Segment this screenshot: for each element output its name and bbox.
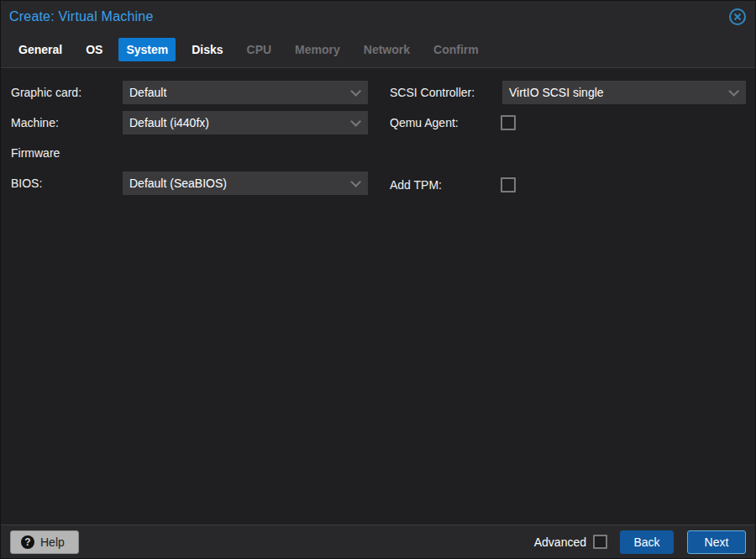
form-body: Graphic card: Default SCSI Controller: V… — [1, 68, 755, 525]
create-vm-dialog: Create: Virtual Machine General OS Syste… — [0, 0, 756, 559]
tab-network: Network — [356, 38, 417, 61]
footer-actions: Advanced Back Next — [534, 530, 746, 554]
machine-select[interactable]: Default (i440fx) — [123, 111, 368, 134]
tab-memory: Memory — [287, 38, 348, 61]
tab-os[interactable]: OS — [78, 38, 110, 61]
help-button-label: Help — [40, 535, 65, 549]
bios-select[interactable]: Default (SeaBIOS) — [123, 171, 368, 195]
dialog-title: Create: Virtual Machine — [9, 9, 154, 24]
scsi-controller-label: SCSI Controller: — [390, 81, 475, 104]
chevron-down-icon — [350, 177, 361, 187]
close-circle-x-icon — [728, 8, 747, 26]
tab-cpu: CPU — [239, 38, 280, 61]
dialog-footer: ? Help Advanced Back Next — [1, 525, 755, 558]
chevron-down-icon — [350, 86, 361, 97]
chevron-down-icon — [728, 86, 739, 97]
tab-disks[interactable]: Disks — [184, 38, 230, 61]
bios-label: BIOS: — [11, 171, 42, 195]
close-icon[interactable] — [728, 8, 747, 26]
wizard-tabs: General OS System Disks CPU Memory Netwo… — [1, 32, 755, 68]
back-button[interactable]: Back — [620, 530, 674, 554]
qemu-agent-checkbox[interactable] — [501, 115, 516, 130]
bios-value: Default (SeaBIOS) — [129, 177, 350, 190]
advanced-checkbox[interactable] — [593, 535, 607, 549]
scsi-controller-select[interactable]: VirtIO SCSI single — [502, 81, 746, 104]
graphic-card-value: Default — [129, 86, 350, 99]
dialog-titlebar: Create: Virtual Machine — [1, 1, 755, 32]
chevron-down-icon — [350, 116, 361, 127]
advanced-label: Advanced — [534, 535, 586, 549]
add-tpm-label: Add TPM: — [390, 173, 442, 197]
add-tpm-checkbox[interactable] — [501, 177, 516, 192]
qemu-agent-label: Qemu Agent: — [390, 111, 459, 134]
machine-value: Default (i440fx) — [129, 116, 350, 129]
graphic-card-label: Graphic card: — [11, 81, 81, 104]
help-button[interactable]: ? Help — [10, 530, 79, 554]
scsi-controller-value: VirtIO SCSI single — [509, 86, 728, 99]
tab-confirm: Confirm — [426, 38, 486, 61]
machine-label: Machine: — [11, 111, 59, 134]
graphic-card-select[interactable]: Default — [123, 81, 368, 104]
question-circle-icon: ? — [21, 535, 34, 549]
next-button[interactable]: Next — [687, 530, 746, 554]
firmware-section-label: Firmware — [11, 146, 60, 160]
tab-general[interactable]: General — [11, 38, 70, 61]
tab-system[interactable]: System — [118, 38, 176, 61]
